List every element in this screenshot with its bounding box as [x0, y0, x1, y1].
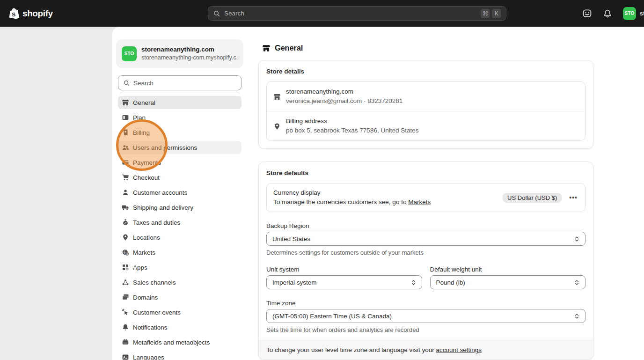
backup-region-helper: Determines settings for customers outsid…	[266, 249, 585, 257]
topbar: S shopify ⌘ K STO st	[0, 0, 644, 27]
storefront-icon	[122, 99, 129, 106]
sidebar-item-domains[interactable]: Domains	[118, 291, 242, 304]
sidekick-icon[interactable]	[582, 8, 592, 19]
sidebar-item-label: Customer accounts	[133, 189, 187, 196]
payments-icon	[122, 159, 129, 166]
store-detail-row-storenameanything-com[interactable]: storenameanything.comveronica.jeans@gmai…	[267, 82, 585, 111]
detail-row-subtitle: veronica.jeans@gmail.com · 8323720281	[286, 96, 402, 106]
sidebar-item-shipping-and-delivery[interactable]: Shipping and delivery	[118, 201, 242, 214]
user-timezone-footer: To change your user level time zone and …	[259, 340, 593, 360]
sidebar-store-name: storenameanything.com	[141, 45, 238, 54]
backup-region-select[interactable]: United States	[266, 232, 585, 246]
sidebar-store-domain: storenameanything-com.myshopify.c...	[141, 54, 238, 62]
global-search-bar[interactable]: ⌘ K	[208, 6, 506, 21]
sidebar-store-avatar: STO	[122, 46, 137, 61]
pin-icon	[122, 234, 129, 241]
cart-icon	[122, 174, 129, 181]
sidebar-item-label: Payments	[133, 159, 161, 166]
sidebar-item-label: Checkout	[133, 174, 160, 181]
sidebar-item-label: Metafields and metaobjects	[133, 339, 210, 346]
nodes-icon	[122, 279, 129, 286]
sidebar-item-markets[interactable]: $Markets	[118, 246, 242, 259]
sidebar-item-label: Plan	[133, 114, 146, 121]
chevron-up-down-icon	[573, 313, 580, 320]
detail-row-title: storenameanything.com	[286, 87, 402, 96]
store-defaults-heading: Store defaults	[266, 169, 585, 176]
shopify-bag-icon: S	[7, 7, 20, 20]
sidebar-item-payments[interactable]: Payments	[118, 156, 242, 169]
sidebar-item-billing[interactable]: Billing	[118, 126, 242, 139]
sidebar-item-label: Shipping and delivery	[133, 204, 193, 211]
settings-sidebar: STO storenameanything.com storenameanyth…	[116, 27, 247, 360]
currency-display-title: Currency display	[273, 188, 503, 198]
sidebar-item-label: Languages	[133, 354, 164, 360]
sidebar-item-taxes-and-duties[interactable]: Taxes and duties	[118, 216, 242, 229]
currency-display-row: Currency display To manage the currencie…	[266, 183, 585, 212]
shopify-logo[interactable]: S shopify	[7, 7, 53, 20]
store-defaults-card: Store defaults Currency display To manag…	[258, 162, 593, 360]
sidebar-item-metafields-and-metaobjects[interactable]: Metafields and metaobjects	[118, 336, 242, 349]
settings-nav-list: GeneralPlanBillingUsers and permissionsP…	[118, 96, 242, 360]
search-icon	[213, 10, 220, 17]
moneybag-icon	[122, 219, 129, 226]
metafields-icon	[122, 338, 129, 346]
sidebar-item-sales-channels[interactable]: Sales channels	[118, 276, 242, 289]
domains-icon	[122, 294, 129, 301]
notifications-bell-icon[interactable]	[602, 8, 613, 19]
sidebar-item-label: Domains	[133, 294, 158, 301]
sidebar-item-languages[interactable]: AaLanguages	[118, 351, 242, 360]
sidebar-item-label: Sales channels	[133, 279, 176, 286]
time-zone-select[interactable]: (GMT-05:00) Eastern Time (US & Canada)	[266, 309, 585, 323]
sidebar-item-label: Billing	[133, 129, 150, 136]
store-detail-row-billing-address[interactable]: Billing addresspo box 5, seabrook Texas …	[267, 111, 585, 140]
sidebar-item-notifications[interactable]: Notifications	[118, 321, 242, 334]
currency-badge: US Dollar (USD $)	[503, 193, 562, 203]
sidebar-item-customer-events[interactable]: Customer events	[118, 306, 242, 319]
general-settings-main: General Store details storenameanything.…	[258, 27, 593, 360]
global-search-input[interactable]	[224, 10, 479, 17]
time-zone-helper: Sets the time for when orders and analyt…	[266, 326, 585, 334]
apps-icon	[122, 264, 129, 271]
currency-more-button[interactable]: •••	[568, 193, 578, 202]
billing-icon	[122, 129, 129, 136]
detail-row-subtitle: po box 5, seabrook Texas 77586, United S…	[286, 126, 418, 135]
storefront-icon	[273, 88, 281, 106]
sidebar-item-locations[interactable]: Locations	[118, 231, 242, 244]
store-details-list: storenameanything.comveronica.jeans@gmai…	[266, 81, 585, 141]
sidebar-item-label: Users and permissions	[133, 144, 197, 151]
weight-unit-select[interactable]: Pound (lb)	[430, 275, 586, 289]
account-settings-link[interactable]: account settings	[436, 346, 482, 353]
chevron-up-down-icon	[410, 279, 417, 286]
sidebar-item-label: Apps	[133, 264, 147, 271]
sidebar-item-general[interactable]: General	[118, 96, 242, 109]
chevron-up-down-icon	[573, 279, 580, 286]
sidebar-item-label: Locations	[133, 234, 160, 241]
kbd-k: K	[492, 9, 501, 18]
sidebar-item-label: Customer events	[133, 309, 181, 316]
store-name-truncated: st	[640, 10, 644, 17]
store-details-heading: Store details	[266, 68, 585, 75]
cursor-icon	[122, 309, 129, 316]
currency-display-desc: To manage the currencies customers see, …	[273, 198, 503, 207]
unit-system-select[interactable]: Imperial system	[266, 275, 422, 289]
sidebar-item-customer-accounts[interactable]: Customer accounts	[118, 186, 242, 199]
settings-search-input[interactable]	[133, 80, 236, 87]
sidebar-item-label: Markets	[133, 249, 155, 256]
page-title: General	[262, 44, 303, 52]
chevron-up-down-icon	[573, 235, 580, 242]
sidebar-item-apps[interactable]: Apps	[118, 261, 242, 274]
store-avatar[interactable]: STO	[623, 7, 636, 20]
globe-icon: $	[122, 249, 129, 256]
store-details-card: Store details storenameanything.comveron…	[258, 60, 593, 149]
sidebar-item-users-and-permissions[interactable]: Users and permissions	[118, 141, 242, 154]
sidebar-item-plan[interactable]: Plan	[118, 111, 242, 124]
sidebar-item-checkout[interactable]: Checkout	[118, 171, 242, 184]
markets-link[interactable]: Markets	[408, 198, 431, 206]
settings-search-bar[interactable]	[118, 75, 242, 90]
settings-panel: STO storenameanything.com storenameanyth…	[112, 27, 644, 360]
unit-system-label: Unit system	[266, 266, 422, 273]
languages-icon: Aa	[122, 353, 129, 360]
svg-text:S: S	[12, 12, 16, 18]
sidebar-store-card: STO storenameanything.com storenameanyth…	[116, 39, 243, 68]
sidebar-item-label: Notifications	[133, 324, 168, 331]
